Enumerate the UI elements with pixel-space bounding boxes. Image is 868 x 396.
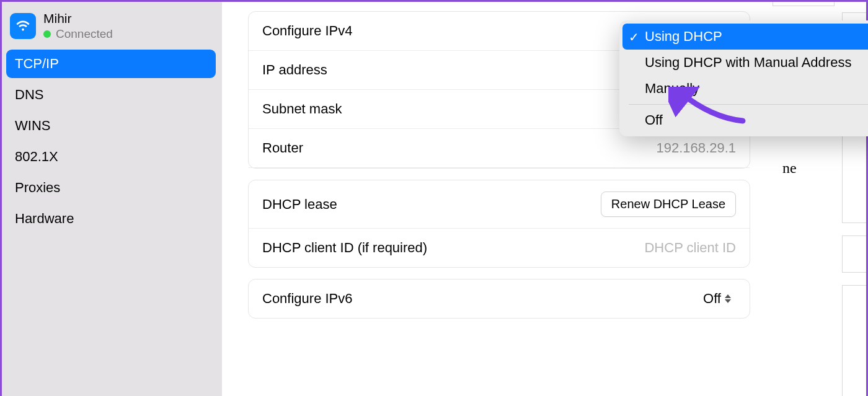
chevron-updown-icon — [725, 292, 736, 306]
status-text: Connected — [56, 27, 113, 41]
sidebar-item-tcpip[interactable]: TCP/IP — [6, 50, 216, 78]
dhcp-client-id-label: DHCP client ID (if required) — [262, 240, 427, 256]
popup-option-label: Using DHCP — [645, 29, 722, 44]
router-value: 192.168.29.1 — [657, 140, 736, 156]
group-ipv6: Configure IPv6 Off — [248, 279, 750, 319]
ipv6-value-text: Off — [703, 291, 721, 307]
row-dhcp-lease: DHCP lease Renew DHCP Lease — [249, 180, 750, 229]
group-ipv4: Configure IPv4 IP address Subnet mask Ro… — [248, 11, 750, 169]
sidebar-item-8021x[interactable]: 802.1X — [6, 143, 216, 171]
network-info: Mihir Connected — [43, 11, 113, 41]
subnet-mask-label: Subnet mask — [262, 101, 342, 117]
configure-ipv6-value: Off — [703, 291, 736, 307]
row-configure-ipv6[interactable]: Configure IPv6 Off — [249, 279, 750, 318]
configure-ipv4-popup: ✓ Using DHCP Using DHCP with Manual Addr… — [619, 20, 868, 136]
sidebar-item-wins[interactable]: WINS — [6, 112, 216, 140]
row-dhcp-client-id[interactable]: DHCP client ID (if required) DHCP client… — [249, 229, 750, 267]
checkmark-icon: ✓ — [629, 30, 639, 45]
sidebar-item-proxies[interactable]: Proxies — [6, 174, 216, 202]
sidebar: Mihir Connected TCP/IP DNS WINS 802.1X P… — [0, 0, 222, 396]
popup-option-using-dhcp[interactable]: ✓ Using DHCP — [622, 24, 868, 50]
renew-dhcp-lease-button[interactable]: Renew DHCP Lease — [601, 191, 736, 217]
settings-window: Mihir Connected TCP/IP DNS WINS 802.1X P… — [0, 0, 761, 396]
router-label: Router — [262, 140, 303, 156]
network-header: Mihir Connected — [6, 7, 216, 50]
popup-option-manually[interactable]: Manually — [622, 76, 868, 102]
dhcp-client-id-placeholder: DHCP client ID — [644, 240, 736, 256]
ip-address-label: IP address — [262, 62, 327, 78]
dhcp-lease-label: DHCP lease — [262, 196, 337, 213]
bg-partial-text: ne — [782, 160, 797, 177]
popup-divider — [629, 104, 868, 105]
network-name: Mihir — [43, 11, 113, 26]
network-status: Connected — [43, 27, 113, 41]
popup-option-using-dhcp-manual[interactable]: Using DHCP with Manual Address — [622, 50, 868, 76]
configure-ipv6-label: Configure IPv6 — [262, 291, 353, 307]
configure-ipv4-label: Configure IPv4 — [262, 23, 353, 39]
sidebar-item-hardware[interactable]: Hardware — [6, 205, 216, 233]
sidebar-nav: TCP/IP DNS WINS 802.1X Proxies Hardware — [6, 50, 216, 235]
sidebar-item-dns[interactable]: DNS — [6, 81, 216, 109]
status-dot-icon — [43, 30, 51, 38]
wifi-icon — [10, 13, 36, 39]
group-dhcp: DHCP lease Renew DHCP Lease DHCP client … — [248, 180, 750, 268]
popup-option-off[interactable]: Off — [622, 107, 868, 133]
main-content: Configure IPv4 IP address Subnet mask Ro… — [222, 0, 761, 396]
